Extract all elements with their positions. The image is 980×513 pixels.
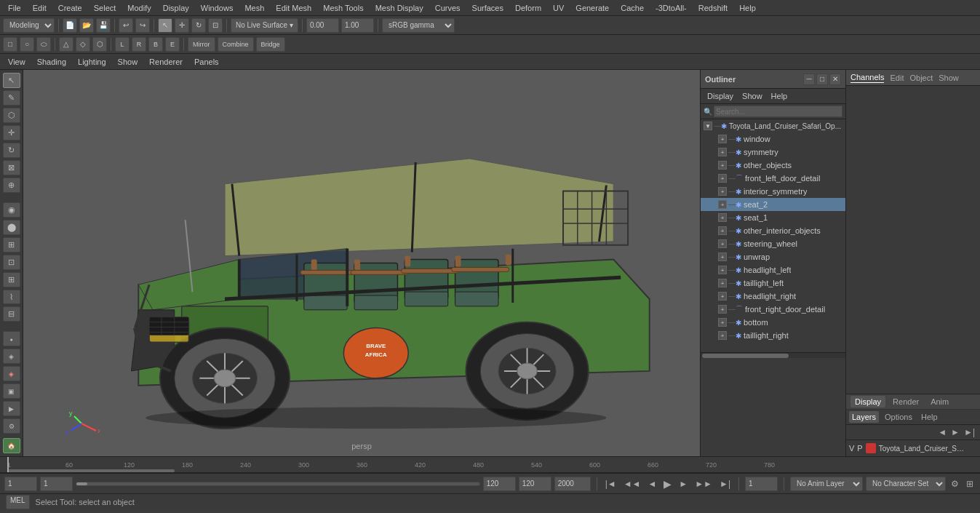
expand-other-btn[interactable]: + xyxy=(718,161,727,170)
menu-uv[interactable]: UV xyxy=(548,2,569,14)
anim-extra-btn[interactable]: ⊞ xyxy=(964,478,976,490)
expand-uw-btn[interactable]: + xyxy=(718,252,727,261)
layer-nav-back-btn[interactable]: ◄ xyxy=(936,426,949,438)
menu-help[interactable]: Help xyxy=(734,2,761,14)
universal-btn[interactable]: ⊕ xyxy=(3,178,20,193)
mirror-btn[interactable]: Mirror xyxy=(188,37,215,52)
expand-tll-btn[interactable]: + xyxy=(718,279,727,287)
save-btn[interactable]: 💾 xyxy=(96,18,111,33)
bevel-btn[interactable]: B xyxy=(148,37,163,52)
poly-sphere-btn[interactable]: ○ xyxy=(20,37,34,52)
soft-mod-btn[interactable]: ◉ xyxy=(3,202,20,218)
menu-cache[interactable]: Cache xyxy=(616,2,649,14)
menu-select[interactable]: Select xyxy=(89,2,121,14)
redo-btn[interactable]: ↪ xyxy=(135,18,150,33)
expand-window-btn[interactable]: + xyxy=(718,135,727,143)
play-btn[interactable]: ▶ xyxy=(661,478,674,490)
prev-frame-btn[interactable]: ◄ xyxy=(645,479,658,489)
char-set-dropdown[interactable]: No Character Set xyxy=(866,477,946,491)
range-end-input[interactable] xyxy=(554,477,591,491)
prev-key-btn[interactable]: ◄◄ xyxy=(621,479,643,489)
go-end-btn[interactable]: ►| xyxy=(717,479,733,489)
menu-create[interactable]: Create xyxy=(53,2,87,14)
new-scene-btn[interactable]: 📄 xyxy=(63,18,77,33)
open-btn[interactable]: 📂 xyxy=(79,18,94,33)
outliner-close-btn[interactable]: ✕ xyxy=(829,73,841,85)
end-frame-input[interactable] xyxy=(483,477,516,491)
menu-curves[interactable]: Curves xyxy=(430,2,466,14)
view-menu-panels[interactable]: Panels xyxy=(189,56,224,68)
expand-frd-btn[interactable]: + xyxy=(718,305,727,314)
expand-oi-btn[interactable]: + xyxy=(718,226,727,235)
snap-surface-btn[interactable]: ⊟ xyxy=(3,306,20,322)
char-set-btn[interactable]: ◈ xyxy=(3,366,20,381)
menu-edit[interactable]: Edit xyxy=(28,2,52,14)
snap-points-btn[interactable]: ⊡ xyxy=(3,255,20,270)
outliner-item-other-interior[interactable]: + ✱ other_interior_objects xyxy=(701,224,845,237)
outliner-help-menu[interactable]: Help xyxy=(768,90,792,102)
layer-item-row[interactable]: V P Toyota_Land_Cruiser_Safari_ xyxy=(846,440,980,456)
outliner-item-front-left-door[interactable]: + ⌒ front_left_door_detail xyxy=(701,172,845,185)
start-frame-input[interactable] xyxy=(4,477,37,491)
outliner-maximize-btn[interactable]: □ xyxy=(816,73,828,85)
outliner-item-other-objects[interactable]: + ✱ other_objects xyxy=(701,159,845,172)
outliner-item-taillight-right[interactable]: + ✱ taillight_right xyxy=(701,329,845,342)
anim-layer-dropdown[interactable]: No Anim Layer xyxy=(790,477,863,491)
outliner-item-symmetry[interactable]: + ✱ symmetry xyxy=(701,146,845,159)
outliner-search-input[interactable] xyxy=(714,106,842,117)
snap-options-btn[interactable]: No Live Surface ▾ xyxy=(231,18,298,33)
poly-cyl-btn[interactable]: ⬭ xyxy=(36,37,51,52)
snap-grid-btn[interactable]: ⊞ xyxy=(3,272,20,287)
view-menu-shading[interactable]: Shading xyxy=(32,56,71,68)
ring-btn[interactable]: R xyxy=(132,37,146,52)
expand-symmetry-btn[interactable]: + xyxy=(718,148,727,156)
field1-input[interactable] xyxy=(306,18,339,33)
outliner-item-headlight-left[interactable]: + ✱ headlight_left xyxy=(701,263,845,277)
scale-btn2[interactable]: ⊠ xyxy=(3,160,20,175)
show-cb-tab[interactable]: Show xyxy=(939,73,959,82)
menu-display[interactable]: Display xyxy=(158,2,194,14)
move-btn[interactable]: ✛ xyxy=(3,125,20,140)
layer-nav-end-btn[interactable]: ►| xyxy=(962,426,977,438)
rotate-btn[interactable]: ↻ xyxy=(3,143,20,158)
outliner-minimize-btn[interactable]: ─ xyxy=(803,73,815,85)
channels-tab[interactable]: Channels xyxy=(850,73,884,83)
sculpt-btn[interactable]: ⬤ xyxy=(3,220,20,235)
snap-curve-btn[interactable]: ⌇ xyxy=(3,290,20,305)
undo-btn[interactable]: ↩ xyxy=(119,18,133,33)
help-sub-tab[interactable]: Help xyxy=(918,411,941,423)
select-mode-btn[interactable]: ↖ xyxy=(3,73,20,88)
outliner-item-window[interactable]: + ✱ window xyxy=(701,132,845,146)
menu-redshift[interactable]: Redshift xyxy=(693,2,733,14)
render-settings-btn[interactable]: ⚙ xyxy=(3,418,20,434)
mel-python-toggle[interactable]: MEL xyxy=(6,495,30,509)
outliner-item-taillight-left[interactable]: + ✱ taillight_left xyxy=(701,277,845,290)
outliner-hscroll[interactable] xyxy=(701,352,845,358)
menu-mesh[interactable]: Mesh xyxy=(239,2,269,14)
ipr-btn[interactable]: ▶ xyxy=(3,401,20,416)
expand-seat1-btn[interactable]: + xyxy=(718,213,727,222)
paint-select-btn[interactable]: ✎ xyxy=(3,90,20,106)
view-menu-view[interactable]: View xyxy=(3,56,31,68)
outliner-item-bottom[interactable]: + ✱ bottom xyxy=(701,316,845,329)
combine-btn[interactable]: Combine xyxy=(218,37,254,52)
outliner-item-seat2[interactable]: + ✱ seat_2 xyxy=(701,198,845,211)
outliner-item-front-right-door[interactable]: + ⌒ front_right_door_detail xyxy=(701,303,845,316)
display-tab-btn[interactable]: Display xyxy=(850,396,885,407)
tool3-btn[interactable]: △ xyxy=(59,37,73,52)
expand-hr-btn[interactable]: + xyxy=(718,292,727,301)
loop-btn[interactable]: L xyxy=(115,37,130,52)
menu-surfaces[interactable]: Surfaces xyxy=(467,2,509,14)
menu-mesh-display[interactable]: Mesh Display xyxy=(370,2,429,14)
menu-generate[interactable]: Generate xyxy=(570,2,614,14)
rotate-tool-btn[interactable]: ↻ xyxy=(191,18,206,33)
viewport[interactable]: BRAVE AFRICA xyxy=(23,70,700,456)
render-region-btn[interactable]: ▣ xyxy=(3,383,20,399)
anim-settings-btn[interactable]: ⚙ xyxy=(949,478,961,490)
workspace-btn[interactable]: 🏠 xyxy=(3,438,20,453)
menu-3dtoall[interactable]: -3DtoAll- xyxy=(650,2,692,14)
outliner-item-interior-sym[interactable]: + ✱ interior_symmetry xyxy=(701,185,845,198)
current-frame-input[interactable] xyxy=(40,477,73,491)
expand-seat2-btn[interactable]: + xyxy=(718,200,727,209)
expand-sw-btn[interactable]: + xyxy=(718,239,727,248)
